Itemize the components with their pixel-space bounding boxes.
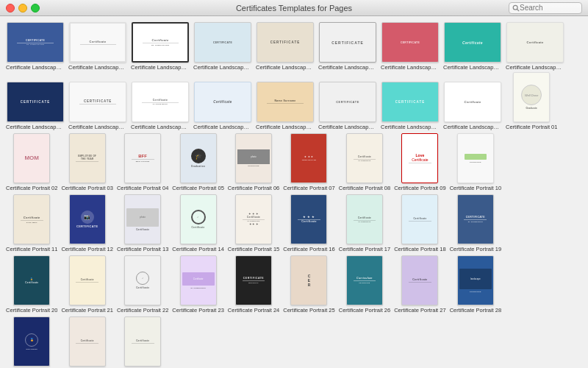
list-item[interactable]: CERTIFICATE of completion Certificate Po… [450,194,501,252]
list-item[interactable]: Certificate Certificate Landscape 27 [68,22,127,71]
template-thumb[interactable]: CERTIFICATE [319,82,376,122]
template-thumb[interactable]: CERTIFICATE [381,82,439,122]
template-thumb[interactable]: 🏅 Certificate [13,255,50,305]
template-thumb[interactable]: CERTIFICATE [381,22,439,63]
template-thumb[interactable]: Certificate [401,194,438,244]
template-thumb[interactable]: Curriculum certificate [346,255,383,305]
list-item[interactable]: CERTIFICATE Certificate Landscape 36 [68,82,127,130]
list-item[interactable]: CertificateSANS SERIF Certificate Portra… [6,194,57,252]
template-thumb[interactable]: Certificate [444,82,501,122]
template-thumb[interactable]: C E R [290,255,327,305]
list-item[interactable]: 🎓 Graduation Certificate Portrait 05 [172,133,223,191]
template-thumb[interactable]: CERTIFICATE [7,82,64,122]
template-thumb[interactable]: Certificateof completion [132,82,189,122]
list-item[interactable]: CERTIFICATE OFFICIAL Certificate Portrai… [228,255,279,314]
list-item[interactable]: CERTIFICATEOF COMPLETION Certificate Lan… [6,22,65,71]
list-item[interactable]: Well Done Graduate Certificate Portrait … [506,72,557,130]
list-item[interactable]: ★ ★ ★CERTIFICATE Certificate Portrait 07 [283,133,334,191]
template-thumb[interactable]: CERTIFICATE [257,22,314,63]
template-thumb[interactable]: CERTIFICATE OFFICIAL [235,255,272,305]
list-item[interactable]: ✓ Certificate Certificate Portrait 14 [172,194,223,252]
template-thumb[interactable]: ★ ★ ★ Certificate [290,194,327,244]
list-item[interactable]: BFF Best Friends Certificate Portrait 04 [117,133,168,191]
list-item[interactable]: photo Certificate Certificate Portrait 0… [228,133,279,191]
template-thumb[interactable]: CertificateOF COMPLETION [132,22,189,63]
template-thumb[interactable]: Certificate of completion [346,194,383,244]
template-thumb[interactable]: ✓ Certificate [124,255,161,305]
list-item[interactable]: Certificate Certificate Landscape 33 [443,22,502,71]
list-item[interactable]: EMPLOYEE OFTHE YEAR Certificate Portrait… [61,133,112,191]
template-thumb[interactable]: MOM [13,133,50,183]
template-thumb[interactable]: CERTIFICATE of completion [457,194,494,244]
template-thumb[interactable]: ★ ★ ★CERTIFICATE [290,133,327,183]
template-thumb[interactable]: Certificate [69,255,106,305]
list-item[interactable]: Name Surname Certificate Landscape 39 [256,82,315,130]
template-thumb[interactable]: 🎓 Graduation [180,133,217,183]
list-item[interactable]: Certificate of completion Certificate Po… [339,194,390,252]
template-thumb[interactable]: Certificate [444,22,501,63]
template-thumb[interactable]: Certificate [401,255,438,305]
list-item[interactable]: landscape Certificate Certificate Portra… [450,255,501,314]
list-item[interactable]: CERTIFICATE Certificate Landscape 29 [193,22,252,71]
template-thumb[interactable]: Certificate [69,316,106,367]
list-item[interactable]: photo Certificate Certificate Portrait 1… [117,194,168,252]
template-thumb[interactable]: photo Certificate [235,133,272,183]
template-thumb[interactable]: Certificateof completion [346,133,383,183]
list-item[interactable]: Certificate of completion Certificate Po… [172,255,223,314]
template-thumb[interactable]: ✓ Certificate [180,194,217,244]
list-item[interactable]: Certificate Certificate Portrait 21 [61,255,112,314]
list-item[interactable]: CERTIFICATE Certificate Landscape 31 [318,22,377,71]
list-item[interactable]: Love Certificate Certificate Portrait 09 [394,133,445,191]
template-thumb[interactable]: Certificate [506,22,564,63]
list-item[interactable]: Certificate Certificate Landscape 42 [443,82,502,130]
list-item[interactable]: 📷 CERTIFICATE Certificate Portrait 12 [61,194,112,252]
template-thumb[interactable]: Well Done Graduate [513,72,550,122]
template-thumb[interactable]: CERTIFICATEOF COMPLETION [7,22,64,63]
list-item[interactable]: ✓ Certificate Certificate Portrait 22 [117,255,168,314]
search-input[interactable] [520,4,578,12]
template-thumb[interactable]: CERTIFICATE [194,22,251,63]
list-item[interactable]: CERTIFICATE Certificate Landscape 35 [6,82,65,130]
list-item[interactable]: Certificate Certificate Portrait 30 [61,316,112,368]
template-thumb[interactable]: CERTIFICATE [319,22,376,63]
list-item[interactable]: Certificate Certificate Portrait 31 [117,316,168,368]
search-box[interactable] [509,2,582,14]
list-item[interactable]: C E R Certificate Portrait 25 [283,255,334,314]
list-item[interactable]: CERTIFICATE Certificate Landscape 41 [381,82,440,130]
template-thumb[interactable]: Certificate of completion [180,255,217,305]
list-item[interactable]: MOM Certificate Portrait 02 [6,133,57,191]
list-item[interactable]: Curriculum certificate Certificate Portr… [339,255,390,314]
close-button[interactable] [6,4,15,13]
template-thumb[interactable]: Certificate [457,133,494,183]
list-item[interactable]: ★ ★ ★ Certificate Certificate Portrait 1… [283,194,334,252]
list-item[interactable]: Certificate Certificate Portrait 27 [394,255,445,314]
list-item[interactable]: Certificate Certificate Landscape 38 [193,82,252,130]
template-thumb[interactable]: CertificateSANS SERIF [13,194,50,244]
list-item[interactable]: 🏅 Certificate Certificate Portrait 20 [6,255,57,314]
list-item[interactable]: Certificate Certificate Portrait 18 [394,194,445,252]
template-thumb[interactable]: landscape Certificate [457,255,494,305]
list-item[interactable]: Certificateof completion Certificate Por… [339,133,390,191]
template-thumb[interactable]: EMPLOYEE OFTHE YEAR [69,133,106,183]
template-thumb[interactable]: Certificate [69,22,126,63]
template-thumb[interactable]: 📷 CERTIFICATE [69,194,106,244]
list-item[interactable]: Certificate Certificate Portrait 10 [450,133,501,191]
template-thumb[interactable]: Certificate [124,316,161,367]
maximize-button[interactable] [31,4,40,13]
list-item[interactable]: CERTIFICATE Certificate Landscape 30 [256,22,315,71]
list-item[interactable]: Certificate Certificate Landscape 34 [506,22,564,71]
minimize-button[interactable] [18,4,27,13]
template-thumb[interactable]: photo Certificate [124,194,161,244]
template-thumb[interactable]: Name Surname [257,82,314,122]
list-item[interactable]: Certificateof completion Certificate Lan… [131,82,190,130]
list-item[interactable]: CERTIFICATE Certificate Landscape 32 [381,22,440,71]
list-item[interactable]: ✦ ✦ ✦ Certificate of completion ✦ ✦ ✦ Ce… [228,194,279,252]
template-thumb[interactable]: BFF Best Friends [124,133,161,183]
list-item[interactable]: CERTIFICATE Certificate Landscape 40 [318,82,377,130]
template-thumb[interactable]: Certificate [194,82,251,122]
template-thumb[interactable]: CERTIFICATE [69,82,126,122]
template-thumb[interactable]: 🏅 Certificate [13,316,50,367]
template-thumb[interactable]: ✦ ✦ ✦ Certificate of completion ✦ ✦ ✦ [235,194,272,244]
list-item[interactable]: 🏅 Certificate Certificate Portrait 29 [6,316,57,368]
template-thumb[interactable]: Love Certificate [401,133,438,183]
